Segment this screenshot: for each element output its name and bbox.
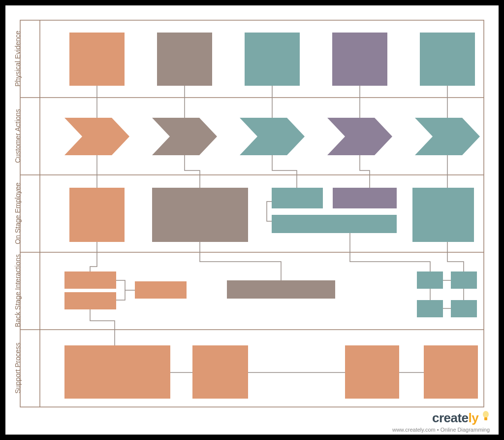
svg-rect-20 (484, 417, 487, 420)
box-pe-2 (157, 33, 212, 86)
box-bs-3d (451, 300, 477, 317)
lane-label-customer-actions: Customer Actions (14, 97, 22, 175)
box-sp-4 (424, 345, 478, 399)
box-bs-1a (64, 271, 116, 289)
diagram-canvas (5, 5, 499, 435)
logo-text-1: create (432, 410, 469, 425)
lightbulb-icon (482, 410, 490, 427)
box-os-2 (152, 188, 248, 242)
box-bs-1b (64, 292, 116, 309)
box-bs-3c (417, 300, 443, 317)
box-os-4 (412, 188, 474, 242)
logo-text-2: ly (469, 410, 479, 425)
box-bs-3b (451, 271, 477, 289)
branding-tagline: www.creately.com • Online Diagramming (392, 427, 490, 433)
box-os-3c (272, 215, 397, 233)
box-pe-4 (332, 33, 387, 86)
box-bs-2 (227, 280, 335, 299)
box-pe-3 (245, 33, 300, 86)
lane-physical-evidence-shapes (69, 33, 475, 86)
lane-label-physical-evidence: Physical Evidence (14, 19, 22, 98)
lane-onstage-shapes (69, 188, 474, 242)
diagram-page: Physical Evidence Customer Actions On St… (5, 5, 499, 435)
chevron-1 (64, 118, 129, 155)
lane-support-shapes (64, 345, 478, 399)
lane-backstage-shapes (64, 271, 477, 317)
box-sp-3 (345, 345, 399, 399)
chevron-3 (240, 118, 305, 155)
box-os-1 (69, 188, 125, 242)
creately-logo: creately (392, 410, 490, 427)
chevron-5 (415, 118, 480, 155)
lane-label-onstage: On Stage Employee (14, 174, 22, 253)
lane-label-support: Support Process (14, 329, 22, 407)
lane-label-backstage: Back Stage Interactions (14, 251, 22, 330)
box-os-3b (333, 188, 397, 208)
box-bs-1c (135, 281, 187, 299)
box-os-3a (272, 188, 323, 208)
branding-footer: creately www.creately.com • Online Diagr… (392, 410, 490, 433)
lane-customer-actions-shapes (64, 118, 480, 155)
box-pe-5 (420, 33, 475, 86)
chevron-2 (152, 118, 217, 155)
box-sp-2 (192, 345, 248, 399)
box-bs-3a (417, 271, 443, 289)
box-sp-1 (64, 345, 170, 399)
chevron-4 (327, 118, 392, 155)
svg-point-19 (483, 411, 489, 418)
box-pe-1 (69, 33, 125, 86)
